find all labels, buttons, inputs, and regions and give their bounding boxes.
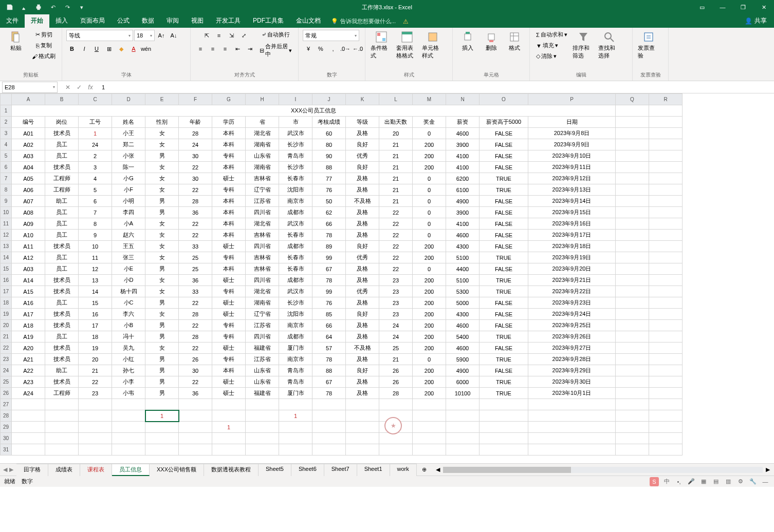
row-header-4[interactable]: 4: [1, 139, 12, 150]
data-cell[interactable]: 8: [79, 218, 112, 230]
data-cell[interactable]: 78: [312, 354, 346, 365]
data-cell[interactable]: 本科: [212, 139, 246, 150]
data-cell[interactable]: [79, 422, 112, 433]
data-cell[interactable]: FALSE: [480, 365, 528, 376]
data-cell[interactable]: 28: [379, 388, 413, 399]
row-header-17[interactable]: 17: [1, 286, 12, 297]
data-cell[interactable]: FALSE: [480, 218, 528, 230]
data-cell[interactable]: 小D: [112, 275, 145, 286]
data-cell[interactable]: TRUE: [480, 173, 528, 184]
data-cell[interactable]: FALSE: [480, 263, 528, 275]
data-cell[interactable]: 200: [413, 331, 446, 343]
data-cell[interactable]: 25: [179, 252, 212, 263]
table-format-button[interactable]: 套用表格格式: [395, 30, 419, 61]
data-cell[interactable]: 及格: [346, 128, 379, 139]
data-cell[interactable]: 本科: [212, 230, 246, 241]
data-cell[interactable]: 3900: [446, 139, 480, 150]
data-cell[interactable]: 四川省: [246, 241, 279, 252]
data-cell[interactable]: 20: [379, 128, 413, 139]
row-header-19[interactable]: 19: [1, 309, 12, 320]
data-cell[interactable]: 22: [179, 162, 212, 173]
table-header[interactable]: 奖金: [413, 117, 446, 128]
data-cell[interactable]: 及格: [346, 230, 379, 241]
data-cell[interactable]: 长沙市: [279, 139, 312, 150]
data-cell[interactable]: 22: [379, 207, 413, 218]
formula-input[interactable]: 1: [99, 84, 774, 90]
row-header-6[interactable]: 6: [1, 162, 12, 173]
align-middle-icon[interactable]: ≡: [213, 30, 225, 41]
data-cell[interactable]: 厦门市: [279, 343, 312, 354]
data-cell[interactable]: 女: [145, 230, 179, 241]
sheet-tab-课程表[interactable]: 课程表: [80, 464, 112, 476]
data-cell[interactable]: 5900: [446, 354, 480, 365]
data-cell[interactable]: 24: [379, 331, 413, 343]
data-cell[interactable]: FALSE: [480, 241, 528, 252]
row-header-7[interactable]: 7: [1, 173, 12, 184]
wrap-text-button[interactable]: ⤶ 自动换行: [260, 30, 292, 40]
data-cell[interactable]: 20: [79, 354, 112, 365]
data-cell[interactable]: 本科: [212, 207, 246, 218]
data-cell[interactable]: [45, 422, 79, 433]
data-cell[interactable]: 9: [79, 230, 112, 241]
data-cell[interactable]: 南京市: [279, 320, 312, 331]
data-cell[interactable]: 0: [413, 263, 446, 275]
data-cell[interactable]: 硕士: [212, 376, 246, 388]
zoom-slider[interactable]: —: [761, 477, 770, 486]
data-cell[interactable]: 男: [145, 388, 179, 399]
.data-cell[interactable]: 1: [279, 410, 312, 422]
data-cell[interactable]: 13: [79, 275, 112, 286]
data-cell[interactable]: 4600: [446, 343, 480, 354]
row-header-20[interactable]: 20: [1, 320, 12, 331]
data-cell[interactable]: 80: [312, 139, 346, 150]
data-cell[interactable]: 99: [312, 252, 346, 263]
minimize-icon[interactable]: —: [712, 0, 733, 14]
data-cell[interactable]: 50: [312, 196, 346, 207]
data-cell[interactable]: 2023年9月11日: [528, 162, 616, 173]
data-cell[interactable]: 吉林省: [246, 230, 279, 241]
data-cell[interactable]: 78: [312, 388, 346, 399]
data-cell[interactable]: 99: [312, 286, 346, 297]
col-header-Q[interactable]: Q: [616, 94, 649, 105]
data-cell[interactable]: 77: [312, 173, 346, 184]
data-cell[interactable]: 200: [413, 309, 446, 320]
data-cell[interactable]: 14: [79, 286, 112, 297]
data-cell[interactable]: 200: [413, 297, 446, 309]
sheet-tab-work[interactable]: work: [390, 464, 417, 476]
decrease-font-icon[interactable]: A↓: [168, 30, 179, 41]
data-cell[interactable]: 本科: [212, 128, 246, 139]
row-header-25[interactable]: 25: [1, 376, 12, 388]
row-header-31[interactable]: 31: [1, 444, 12, 455]
.data-cell[interactable]: [246, 410, 279, 422]
data-cell[interactable]: [246, 422, 279, 433]
data-cell[interactable]: A14: [12, 275, 45, 286]
tell-me[interactable]: 💡 告诉我您想要做什么...: [327, 15, 400, 28]
row-header-28[interactable]: 28: [1, 410, 12, 422]
data-cell[interactable]: 2023年9月20日: [528, 263, 616, 275]
data-cell[interactable]: 张三: [112, 252, 145, 263]
data-cell[interactable]: 技术员: [45, 376, 79, 388]
data-cell[interactable]: A24: [12, 388, 45, 399]
row-header-3[interactable]: 3: [1, 128, 12, 139]
.data-cell[interactable]: [112, 410, 145, 422]
view-pagebreak-icon[interactable]: ▥: [724, 477, 733, 486]
sheet-tab-成绩表[interactable]: 成绩表: [48, 464, 80, 476]
table-header[interactable]: 考核成绩: [312, 117, 346, 128]
data-cell[interactable]: A07: [12, 196, 45, 207]
row-header-27[interactable]: 27: [1, 399, 12, 410]
data-cell[interactable]: A15: [12, 286, 45, 297]
decimal-inc-icon[interactable]: .0→: [340, 43, 351, 54]
data-cell[interactable]: 78: [312, 275, 346, 286]
data-cell[interactable]: 专科: [212, 286, 246, 297]
data-cell[interactable]: 李四: [112, 207, 145, 218]
tab-数据[interactable]: 数据: [136, 14, 160, 28]
data-cell[interactable]: 女: [145, 162, 179, 173]
data-cell[interactable]: 专科: [212, 150, 246, 162]
data-cell[interactable]: 6200: [446, 173, 480, 184]
data-cell[interactable]: 200: [413, 252, 446, 263]
data-cell[interactable]: 67: [312, 263, 346, 275]
data-cell[interactable]: 200: [413, 162, 446, 173]
sheet-tab-Sheet6[interactable]: Sheet6: [291, 464, 324, 476]
data-cell[interactable]: 及格: [346, 388, 379, 399]
data-cell[interactable]: 专科: [212, 331, 246, 343]
data-cell[interactable]: 200: [413, 320, 446, 331]
